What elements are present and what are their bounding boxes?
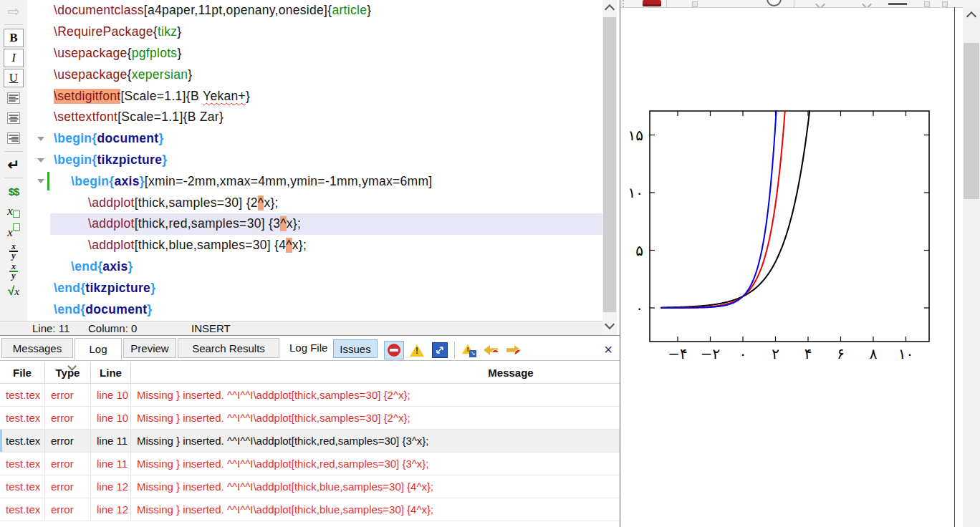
x-tick-label: −۲ [701,345,721,362]
code-token: \setdigitfont [54,89,120,104]
header-type[interactable]: Type [45,362,91,383]
log-row[interactable]: test.texerrorline 10Missing } inserted. … [0,407,620,430]
gutter [27,21,50,43]
file-cell: test.tex [0,430,45,452]
next-error-button[interactable] [504,341,524,359]
code-line[interactable]: \setdigitfont[Scale=1.1]{B Yekan+} [27,85,602,107]
fold-chevron-icon[interactable] [37,137,44,141]
line-cell: line 11 [91,453,131,475]
log-row[interactable]: test.texerrorline 11Missing } inserted. … [0,430,620,453]
log-row[interactable]: test.texerrorline 11Missing } inserted. … [0,453,620,475]
bold-button[interactable]: B [4,29,24,47]
sqrt-button[interactable]: √x [4,282,24,301]
code-line[interactable]: \usepackage{xepersian} [27,64,602,85]
type-cell: error [45,430,91,452]
code-token: } [177,24,181,39]
tab-preview[interactable]: Preview [123,338,176,358]
log-file-button[interactable]: Log File [289,342,327,354]
display-math-button[interactable]: $$ [4,182,24,200]
code-token: } [150,281,155,296]
code-token: } [367,3,371,18]
fold-chevron-icon[interactable] [37,179,44,183]
header-file[interactable]: File [0,362,45,383]
header-message[interactable]: Message [458,362,563,383]
curve-2^x [661,111,810,308]
fraction-button[interactable]: xy [4,262,24,281]
code-editor[interactable]: \documentclass[a4paper,11pt,openany,ones… [27,0,602,321]
code-line[interactable]: \begin{tikzpicture} [27,150,602,171]
show-badboxes-button[interactable] [430,341,450,359]
code-line[interactable]: \addplot[thick,red,samples=30] {3^x}; [27,213,602,235]
log-panel: Messages Log Preview Search Results Log … [0,335,620,527]
tab-messages[interactable]: Messages [1,338,73,358]
code-line[interactable]: \addplot[thick,blue,samples=30] {4^x}; [27,235,602,256]
code-line[interactable]: \end{tikzpicture} [27,277,602,299]
editor-scrollbar-thumb[interactable] [603,17,616,312]
log-row[interactable]: test.texerrorline 12Missing } inserted. … [0,475,620,498]
pdf-viewer[interactable]: −۴−۲۰۲۴۶۸۱۰۰۵۱۰۱۵ [620,0,980,527]
display-math-icon: $$ [9,185,19,198]
code-token: pgfplots [132,46,178,61]
inline-fraction-button[interactable]: xy [4,242,24,261]
pdf-scrollbar[interactable] [963,7,980,527]
code-line[interactable]: \begin{document} [27,128,602,150]
superscript-button[interactable]: x [4,222,24,241]
x-tick-label: ۴ [804,345,812,362]
show-errors-button[interactable] [384,341,404,359]
log-table-header: File Type Line Message [0,362,620,384]
show-markers-button[interactable]: ↘ [458,341,479,359]
scroll-down-icon[interactable] [605,319,615,329]
code-token: Yekan+ [203,89,246,104]
editor-scrollbar[interactable] [602,0,617,335]
code-token: } [147,302,152,317]
code-token: \addplot [88,238,135,253]
message-cell: Missing } inserted. ^^I^^I\addplot[thick… [131,430,620,452]
underline-button[interactable]: U [4,69,24,87]
code-token: ^ [258,195,264,211]
show-warnings-button[interactable] [407,341,427,359]
pdf-scrollbar-thumb[interactable] [964,43,979,199]
x-tick-label: ۰ [739,345,747,362]
log-row[interactable]: test.texerrorline 10Missing } inserted. … [0,384,620,407]
header-line[interactable]: Line [91,362,131,383]
scroll-up-icon[interactable] [966,11,976,21]
status-line: Line: 11 [32,322,69,334]
align-center-button[interactable] [4,109,24,127]
type-cell: error [45,453,91,475]
tab-search-results[interactable]: Search Results [178,338,279,358]
code-line[interactable]: \RequirePackage{tikz} [27,21,602,43]
code-line[interactable]: \usepackage{pgfplots} [27,43,602,64]
log-tabbar: Messages Log Preview Search Results Log … [0,337,620,361]
message-cell: Missing } inserted. ^^I^^I\addplot[thick… [131,475,620,498]
issues-button[interactable]: Issues [333,339,378,358]
italic-button[interactable]: I [4,49,24,67]
code-line[interactable]: \documentclass[a4paper,11pt,openany,ones… [27,0,602,21]
close-log-panel-button[interactable]: × [600,342,616,357]
align-right-button[interactable] [4,129,24,148]
newline-button[interactable]: ↵ [4,155,24,174]
code-line[interactable]: \end{document} [27,299,602,320]
curve-3^x [661,111,785,308]
code-line[interactable]: \begin{axis}[xmin=-2mm,xmax=4mm,ymin=-1m… [27,170,602,192]
error-icon [388,344,400,357]
editor-statusbar: Line: 11 Column: 0 INSERT [0,321,602,336]
newline-icon: ↵ [8,156,20,173]
code-token: [thick,samples=30] {2 [135,195,258,211]
message-cell: Missing } inserted. ^^I^^I\addplot[thick… [131,498,620,521]
pdf-plot[interactable]: −۴−۲۰۲۴۶۸۱۰۰۵۱۰۱۵ [620,0,980,527]
previous-error-button[interactable] [481,341,501,359]
align-left-button[interactable] [4,89,24,107]
code-line[interactable]: \addplot[thick,samples=30] {2^x}; [27,192,602,213]
code-line[interactable]: \settextfont[Scale=1.1]{B Zar} [27,107,602,128]
code-line[interactable]: \end{axis} [27,256,602,278]
code-token: [Scale=1.1]{B Zar} [117,110,224,125]
redo-arrow-icon[interactable]: ⇨ [4,2,24,21]
fold-chevron-icon[interactable] [37,158,44,163]
subscript-button[interactable]: x [4,202,24,221]
scroll-up-icon[interactable] [605,4,615,14]
code-token: [Scale=1.1]{B [120,89,203,104]
log-row[interactable]: test.texerrorline 12Missing } inserted. … [0,498,620,521]
close-icon: × [604,342,612,358]
gutter [27,128,50,150]
tab-log[interactable]: Log [75,338,122,360]
